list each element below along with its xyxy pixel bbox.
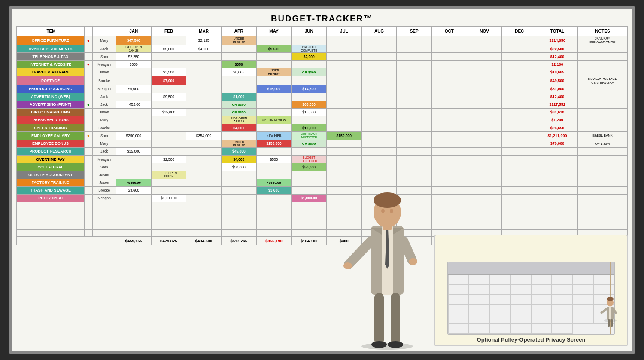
month-cell-jun: CR $300 <box>292 68 327 76</box>
month-cell-nov <box>467 93 502 101</box>
col-header-aug: AUG <box>361 27 397 36</box>
person-cell: Sam <box>92 132 116 140</box>
month-cell-apr: UNDERREVIEW <box>221 36 256 45</box>
month-cell-aug <box>361 108 397 116</box>
month-cell-nov <box>467 116 502 124</box>
empty-row <box>17 216 628 223</box>
month-cell-oct <box>432 61 467 68</box>
month-cell-nov <box>467 45 502 53</box>
month-cell-jul <box>327 76 362 85</box>
month-cell-mar <box>186 101 222 108</box>
svg-rect-16 <box>391 293 400 345</box>
month-cell-mar <box>186 179 222 186</box>
month-cell-aug <box>361 53 397 61</box>
notes-cell: REVIEW POSTAGECENTER ASAP <box>577 76 627 85</box>
table-row: POSTAGEBrooke$7,000$49,500REVIEW POSTAGE… <box>17 76 628 85</box>
total-cell <box>537 186 578 194</box>
month-cell-jun: $10,000 <box>292 124 327 132</box>
month-cell-jul <box>327 68 362 76</box>
month-cell-apr <box>221 45 256 53</box>
item-cell: TELEPHONE & FAX <box>17 53 85 61</box>
dot-cell: ● <box>85 132 92 140</box>
month-cell-jan <box>116 163 151 171</box>
notes-cell <box>577 68 627 76</box>
month-cell-may <box>256 147 292 155</box>
footer-may: $855,190 <box>256 236 292 245</box>
notes-cell <box>577 101 627 108</box>
month-cell-sep <box>397 76 432 85</box>
month-cell-oct <box>432 155 467 163</box>
notes-cell <box>577 194 627 202</box>
month-cell-jul <box>327 140 362 147</box>
month-cell-oct <box>432 36 467 45</box>
month-cell-sep <box>397 124 432 132</box>
dot-cell <box>85 171 92 179</box>
month-cell-sep <box>397 116 432 124</box>
footer-aug <box>361 236 397 245</box>
empty-row <box>17 209 628 216</box>
month-cell-jul <box>327 179 362 186</box>
month-cell-feb <box>151 140 186 147</box>
month-cell-dec <box>502 101 537 108</box>
col-header-jun: JUN <box>292 27 327 36</box>
item-cell: ADVERTISING (PRINT) <box>17 101 85 108</box>
month-cell-dec <box>502 140 537 147</box>
month-cell-jan <box>116 140 151 147</box>
total-cell <box>537 155 578 163</box>
month-cell-may <box>256 101 292 108</box>
notes-cell <box>577 147 627 155</box>
month-cell-aug <box>361 171 397 179</box>
footer-apr: $517,765 <box>221 236 256 245</box>
month-cell-apr <box>221 194 256 202</box>
month-cell-sep <box>397 45 432 53</box>
month-cell-dec <box>502 155 537 163</box>
month-cell-jul <box>327 124 362 132</box>
notes-cell <box>577 61 627 68</box>
dot-cell <box>85 68 92 76</box>
item-cell: PETTY CASH <box>17 194 85 202</box>
col-header-total: TOTAL <box>537 27 578 36</box>
month-cell-jun: $1,000.00 <box>292 194 327 202</box>
month-cell-may: $150,000 <box>256 140 292 147</box>
month-cell-aug <box>361 101 397 108</box>
month-cell-nov <box>467 124 502 132</box>
month-cell-jan <box>116 93 151 101</box>
month-cell-mar <box>186 147 222 155</box>
month-cell-oct <box>432 194 467 202</box>
month-cell-may <box>256 61 292 68</box>
notes-cell: UP 1.35% <box>577 140 627 147</box>
month-cell-mar <box>186 171 222 179</box>
table-row: OFFSITE ACCOUNTANTJasonBIDS OPENFEB 14 <box>17 171 628 179</box>
month-cell-aug <box>361 179 397 186</box>
notes-cell <box>577 45 627 53</box>
total-cell <box>537 194 578 202</box>
month-cell-jan <box>116 194 151 202</box>
month-cell-jun <box>292 93 327 101</box>
month-cell-dec <box>502 53 537 61</box>
month-cell-nov <box>467 68 502 76</box>
month-cell-dec <box>502 68 537 76</box>
notes-cell: B&BSL BANK <box>577 132 627 140</box>
dot-cell <box>85 140 92 147</box>
svg-point-14 <box>409 258 417 265</box>
person-cell: Mary <box>92 116 116 124</box>
month-cell-oct <box>432 53 467 61</box>
thumbnail-person <box>599 295 621 329</box>
footer-sep <box>397 236 432 245</box>
person-cell: Jack <box>92 45 116 53</box>
dot-cell <box>85 163 92 171</box>
month-cell-nov <box>467 140 502 147</box>
month-cell-may <box>256 194 292 202</box>
month-cell-jan: BIDS OPENJAN 28 <box>116 45 151 53</box>
month-cell-apr: CR $650 <box>221 108 256 116</box>
person-cell: Jason <box>92 108 116 116</box>
month-cell-sep <box>397 61 432 68</box>
month-cell-jul <box>327 61 362 68</box>
item-cell: OVERTIME PAY <box>17 155 85 163</box>
person-cell: Brooke <box>92 76 116 85</box>
month-cell-oct <box>432 179 467 186</box>
month-cell-jul <box>327 194 362 202</box>
month-cell-jun: CR $650 <box>292 140 327 147</box>
month-cell-apr: $45,000 <box>221 147 256 155</box>
month-cell-may <box>256 124 292 132</box>
